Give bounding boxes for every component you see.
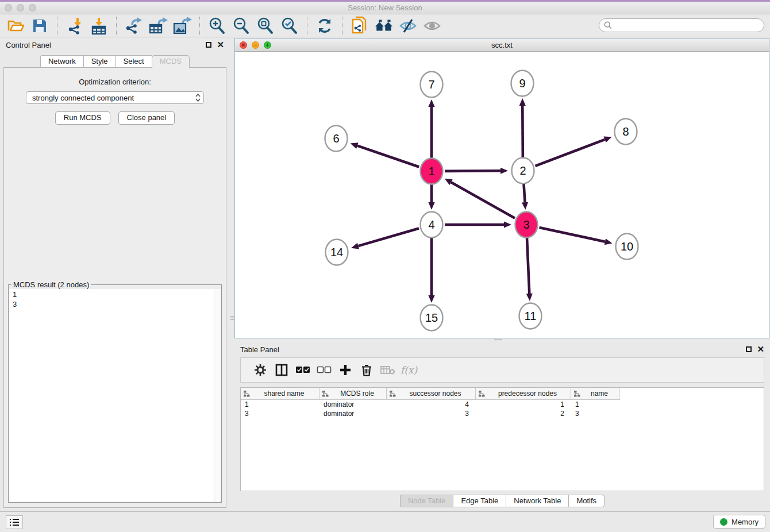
optimization-criterion-label: Optimization criterion: — [4, 78, 226, 86]
apply-layout-button[interactable] — [315, 16, 334, 36]
open-session-button[interactable] — [6, 16, 25, 36]
table-cell[interactable]: 3 — [571, 410, 619, 418]
table-cell[interactable]: 1 — [571, 400, 619, 408]
edge-2-8[interactable] — [536, 140, 605, 166]
network-canvas[interactable]: 7968124314101511 — [235, 51, 769, 338]
zoom-out-button[interactable] — [232, 16, 251, 36]
table-panel-float-button[interactable] — [746, 346, 752, 352]
save-floppy-icon — [31, 17, 48, 34]
node-3[interactable]: 3 — [515, 212, 538, 238]
hierarchy-icon — [573, 390, 580, 397]
node-11[interactable]: 11 — [519, 303, 542, 329]
table-panel-close-button[interactable]: ✕ — [757, 346, 764, 353]
task-history-button[interactable] — [6, 515, 23, 529]
column-header-predecessor-nodes[interactable]: predecessor nodes — [476, 388, 571, 399]
table-cell[interactable]: 1 — [476, 400, 571, 408]
window-title: Session: New Session — [0, 3, 770, 12]
tab-select[interactable]: Select — [116, 55, 152, 68]
node-4[interactable]: 4 — [421, 212, 443, 238]
network-window-titlebar[interactable]: × − + scc.txt — [235, 38, 769, 52]
close-panel-button[interactable]: Close panel — [118, 111, 175, 125]
zoom-selected-button[interactable] — [280, 16, 299, 36]
hierarchy-icon — [478, 390, 485, 397]
arrowhead-1-7 — [428, 99, 434, 107]
mcds-result-scrollbar[interactable] — [214, 289, 221, 502]
table-row[interactable]: 3dominator323 — [241, 409, 764, 418]
search-input[interactable] — [615, 21, 764, 30]
toggle-panel-button[interactable] — [271, 361, 292, 379]
control-panel-float-button[interactable] — [206, 42, 211, 48]
column-settings-button[interactable] — [249, 361, 271, 379]
table-cell[interactable]: 4 — [387, 400, 476, 408]
zoom-fit-button[interactable] — [256, 16, 275, 36]
tab-network[interactable]: Network — [40, 55, 83, 68]
edge-3-11[interactable] — [527, 238, 529, 294]
application-window: Session: New Session — [0, 0, 770, 532]
deselect-all-columns-button[interactable] — [313, 361, 334, 379]
import-table-button[interactable] — [89, 16, 109, 36]
column-header-successor-nodes[interactable]: successor nodes — [387, 388, 476, 399]
add-column-button[interactable] — [334, 361, 356, 379]
tab-node-table[interactable]: Node Table — [400, 495, 453, 507]
edge-1-2[interactable] — [445, 171, 500, 171]
table-cell[interactable]: 1 — [241, 400, 319, 408]
eye-slash-icon — [398, 17, 418, 34]
show-all-button[interactable] — [422, 16, 442, 36]
zoom-in-button[interactable] — [207, 16, 227, 36]
node-15[interactable]: 15 — [421, 305, 443, 331]
table-cell[interactable]: 3 — [241, 410, 319, 418]
edge-3-1[interactable] — [451, 182, 515, 218]
edge-4-14[interactable] — [358, 228, 418, 246]
table-cell[interactable]: dominator — [319, 410, 387, 418]
search-field[interactable] — [599, 18, 764, 32]
node-8[interactable]: 8 — [615, 119, 637, 145]
node-6[interactable]: 6 — [325, 126, 348, 152]
export-network-button[interactable] — [124, 16, 144, 36]
node-2[interactable]: 2 — [512, 158, 534, 184]
first-neighbors-button[interactable] — [350, 16, 369, 36]
tab-mcds[interactable]: MCDS — [152, 55, 190, 68]
toolbar-separator — [307, 17, 307, 35]
delete-table-button[interactable] — [377, 361, 398, 379]
import-network-button[interactable] — [65, 16, 84, 36]
tab-style[interactable]: Style — [83, 55, 116, 68]
export-table-button[interactable] — [148, 16, 168, 36]
go-home-button[interactable] — [374, 16, 394, 36]
edge-3-10[interactable] — [539, 228, 605, 242]
column-header-name[interactable]: name — [571, 388, 619, 399]
zoom-out-icon — [232, 17, 251, 35]
hide-selected-button[interactable] — [398, 16, 418, 36]
node-10[interactable]: 10 — [616, 234, 638, 260]
tab-network-table[interactable]: Network Table — [506, 495, 568, 507]
tab-motifs[interactable]: Motifs — [568, 495, 605, 507]
table-cell[interactable]: dominator — [319, 400, 387, 408]
combobox-stepper-icon — [195, 93, 201, 102]
save-session-button[interactable] — [30, 16, 49, 36]
export-image-button[interactable] — [172, 16, 192, 36]
table-cell[interactable]: 2 — [476, 410, 571, 418]
node-7[interactable]: 7 — [421, 72, 443, 98]
function-builder-button[interactable]: f(x) — [401, 364, 417, 376]
node-1[interactable]: 1 — [421, 159, 443, 184]
vertical-splitter-handle[interactable] — [230, 310, 234, 325]
main-titlebar: Session: New Session — [0, 2, 770, 14]
table-panel-title: Table Panel — [240, 345, 279, 354]
run-mcds-button[interactable]: Run MCDS — [55, 111, 110, 125]
edge-1-6[interactable] — [357, 146, 419, 167]
edge-2-3[interactable] — [523, 184, 525, 202]
node-14[interactable]: 14 — [326, 240, 348, 265]
arrowhead-2-8 — [604, 137, 612, 142]
delete-column-button[interactable] — [356, 361, 377, 379]
optimization-criterion-select[interactable]: strongly connected component — [26, 91, 204, 104]
column-header-mcds-role[interactable]: MCDS role — [319, 388, 387, 399]
table-row[interactable]: 1dominator411 — [241, 400, 764, 409]
node-9[interactable]: 9 — [511, 71, 534, 97]
control-panel-close-button[interactable]: ✕ — [217, 41, 224, 48]
column-header-shared-name[interactable]: shared name — [241, 388, 319, 399]
control-panel-title: Control Panel — [6, 41, 51, 49]
tab-edge-table[interactable]: Edge Table — [453, 495, 506, 507]
table-cell[interactable]: 3 — [387, 410, 476, 418]
memory-button[interactable]: Memory — [713, 515, 765, 529]
select-all-columns-button[interactable] — [292, 361, 313, 379]
edge-2-9[interactable] — [522, 106, 523, 157]
